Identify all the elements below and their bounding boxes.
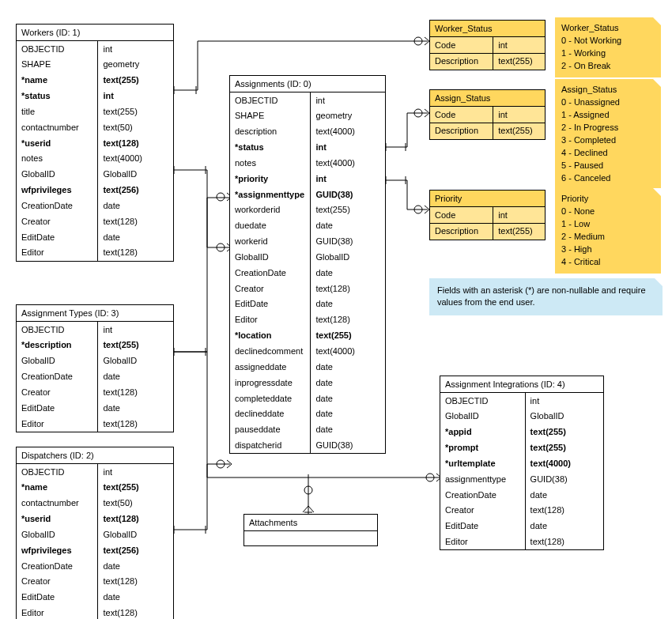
entity-assignments-fields: OBJECTIDintSHAPEgeometrydescriptiontext(… xyxy=(230,92,385,453)
field-name: EditDate xyxy=(440,519,525,534)
lookup-worker-status-title: Worker_Status xyxy=(430,21,545,37)
field-type: date xyxy=(98,198,173,213)
field-name: CreationDate xyxy=(230,265,311,281)
field-name: Creator xyxy=(440,503,525,519)
field-type: date xyxy=(311,391,385,406)
lookup-assign-status: Assign_Status CodeintDescriptiontext(255… xyxy=(429,89,546,140)
entity-integrations-title: Assignment Integrations (ID: 4) xyxy=(440,376,603,393)
field-type: text(128) xyxy=(311,281,385,296)
lookup-col-name: Description xyxy=(430,223,493,239)
field-name: EditDate xyxy=(17,229,98,245)
lookup-row: Descriptiontext(255) xyxy=(430,223,545,239)
field-name: declinedcomment xyxy=(230,344,311,360)
field-type: text(255) xyxy=(98,104,173,119)
lookup-col-name: Code xyxy=(430,107,493,123)
field-row: assignmenttypeGUID(38) xyxy=(440,471,603,487)
field-type: GlobalID xyxy=(311,249,385,265)
field-type: date xyxy=(311,265,385,281)
field-row: assigneddatedate xyxy=(230,359,385,375)
field-row: workeridGUID(38) xyxy=(230,234,385,250)
field-name: CreationDate xyxy=(17,198,98,213)
note-priority: Priority 0 - None 1 - Low 2 - Medium 3 -… xyxy=(555,188,661,274)
field-name: *prompt xyxy=(440,440,525,456)
field-name: duedate xyxy=(230,218,311,234)
field-type: text(128) xyxy=(98,135,173,151)
field-type: int xyxy=(311,140,385,156)
field-type: text(128) xyxy=(98,606,173,619)
field-name: *appid xyxy=(440,425,525,440)
field-type: GUID(38) xyxy=(311,438,385,454)
field-name: title xyxy=(17,104,98,119)
entity-integrations: Assignment Integrations (ID: 4) OBJECTID… xyxy=(440,376,604,550)
field-row: notestext(4000) xyxy=(230,155,385,171)
field-name: assigneddate xyxy=(230,359,311,375)
field-row: inprogressdatedate xyxy=(230,375,385,391)
lookup-col-type: int xyxy=(493,207,545,223)
field-type: date xyxy=(98,400,173,416)
field-name: notes xyxy=(230,155,311,171)
field-row: CreationDatedate xyxy=(440,487,603,503)
field-row: GlobalIDGlobalID xyxy=(17,353,173,369)
field-row: *urltemplatetext(4000) xyxy=(440,455,603,471)
entity-attachments: Attachments xyxy=(244,514,378,546)
field-row: wfprivilegestext(256) xyxy=(17,542,173,558)
field-row: declinedcommenttext(4000) xyxy=(230,344,385,360)
field-type: text(255) xyxy=(311,328,385,344)
field-row: Editortext(128) xyxy=(17,416,173,432)
field-row: CreationDatedate xyxy=(230,265,385,281)
field-type: int xyxy=(98,41,173,57)
field-name: Editor xyxy=(440,534,525,550)
field-name: Editor xyxy=(230,312,311,328)
field-type: text(128) xyxy=(98,384,173,400)
field-row: contactnumbertext(50) xyxy=(17,119,173,135)
field-type: text(255) xyxy=(525,440,603,456)
field-row: notestext(4000) xyxy=(17,151,173,167)
field-type: text(255) xyxy=(98,73,173,89)
field-type: text(4000) xyxy=(525,455,603,471)
note-worker-status: Worker_Status 0 - Not Working 1 - Workin… xyxy=(555,17,661,77)
field-row: *appidtext(255) xyxy=(440,425,603,440)
field-row: Editortext(128) xyxy=(17,606,173,619)
field-type: text(256) xyxy=(98,183,173,198)
field-type: int xyxy=(98,322,173,338)
field-name: GlobalID xyxy=(17,353,98,369)
field-row: CreationDatedate xyxy=(17,369,173,385)
lookup-assign-status-title: Assign_Status xyxy=(430,90,545,107)
field-row: OBJECTIDint xyxy=(440,393,603,409)
field-name: *name xyxy=(17,480,98,496)
field-name: wfprivileges xyxy=(17,183,98,198)
field-type: int xyxy=(311,92,385,108)
field-name: workerid xyxy=(230,234,311,250)
field-row: dispatcheridGUID(38) xyxy=(230,438,385,454)
field-type: geometry xyxy=(98,57,173,73)
field-row: *statusint xyxy=(230,140,385,156)
field-row: Creatortext(128) xyxy=(17,384,173,400)
field-name: OBJECTID xyxy=(17,41,98,57)
entity-dispatchers: Dispatchers (ID: 2) OBJECTIDint*nametext… xyxy=(16,447,174,619)
field-type: text(255) xyxy=(98,480,173,496)
entity-assignment-types: Assignment Types (ID: 3) OBJECTIDint*des… xyxy=(16,304,174,432)
svg-point-0 xyxy=(414,37,422,45)
field-name: OBJECTID xyxy=(230,92,311,108)
field-row: Creatortext(128) xyxy=(440,503,603,519)
field-type: date xyxy=(311,296,385,312)
field-type: text(128) xyxy=(311,312,385,328)
field-name: SHAPE xyxy=(17,57,98,73)
entity-workers: Workers (ID: 1) OBJECTIDintSHAPEgeometry… xyxy=(16,24,174,262)
field-name: Editor xyxy=(17,416,98,432)
field-row: Creatortext(128) xyxy=(230,281,385,296)
field-name: EditDate xyxy=(230,296,311,312)
field-type: text(128) xyxy=(98,511,173,527)
field-row: EditDatedate xyxy=(440,519,603,534)
field-row: EditDatedate xyxy=(17,590,173,606)
lookup-priority: Priority CodeintDescriptiontext(255) xyxy=(429,190,546,240)
field-row: *useridtext(128) xyxy=(17,135,173,151)
field-type: int xyxy=(98,464,173,480)
field-row: pauseddatedate xyxy=(230,422,385,438)
field-name: Creator xyxy=(17,213,98,229)
field-row: EditDatedate xyxy=(17,229,173,245)
field-type: text(255) xyxy=(98,338,173,353)
field-type: date xyxy=(311,218,385,234)
field-row: SHAPEgeometry xyxy=(17,57,173,73)
field-type: date xyxy=(525,487,603,503)
